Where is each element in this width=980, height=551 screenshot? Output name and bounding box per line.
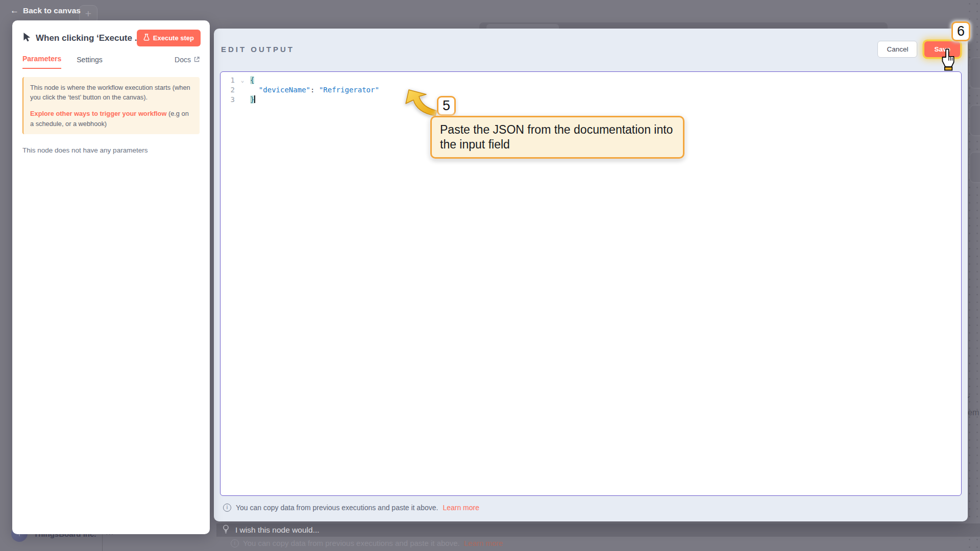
line-number: 3	[220, 95, 235, 105]
text-cursor	[254, 95, 255, 103]
hand-cursor-icon	[940, 48, 955, 71]
tab-docs[interactable]: Docs	[175, 56, 200, 69]
background-node-card	[969, 105, 980, 136]
info-icon: i	[223, 504, 231, 512]
learn-more-link[interactable]: Learn more	[443, 504, 479, 512]
fold-spacer	[235, 85, 250, 95]
cancel-button[interactable]: Cancel	[877, 41, 917, 58]
background-node-card	[969, 57, 980, 89]
dimmed-hint-text: You can copy data from previous executio…	[243, 539, 460, 547]
execute-step-button[interactable]: Execute step	[137, 30, 201, 46]
editor-line: 2 "deviceName": "Refrigerator"	[220, 85, 961, 95]
background-item-count-fragment: em	[968, 408, 979, 417]
step6-number-badge: 6	[951, 21, 970, 41]
edit-output-header: EDIT OUTPUT Cancel Save	[214, 29, 968, 58]
notice-line-1: This node is where the workflow executio…	[30, 83, 193, 102]
lightbulb-icon	[223, 524, 229, 536]
node-panel-header: When clicking ‘Execute ... Execute step	[12, 20, 210, 46]
dimmed-copy-data-hint: i You can copy data from previous execut…	[231, 539, 503, 547]
back-to-canvas-link[interactable]: ← Back to canvas	[10, 6, 81, 16]
step5-tooltip: Paste the JSON from the documentation in…	[430, 116, 684, 159]
no-parameters-text: This node does not have any parameters	[22, 146, 200, 154]
close-brace-token: }	[250, 95, 254, 104]
node-title[interactable]: When clicking ‘Execute ...	[36, 33, 137, 43]
explore-triggers-link[interactable]: Explore other ways to trigger your workf…	[30, 110, 166, 117]
tab-settings[interactable]: Settings	[77, 56, 103, 69]
execute-step-label: Execute step	[153, 34, 194, 42]
editor-line: 3 }	[220, 95, 961, 105]
edit-output-modal: EDIT OUTPUT Cancel Save 1 ⌄ { 2 "deviceN…	[214, 29, 968, 521]
docs-label: Docs	[175, 56, 191, 64]
node-panel-tabs: Parameters Settings Docs	[12, 55, 210, 69]
line-number: 1	[220, 76, 235, 85]
fold-chevron-icon[interactable]: ⌄	[235, 76, 250, 85]
edit-output-title: EDIT OUTPUT	[221, 45, 877, 54]
trigger-notice-callout: This node is where the workflow executio…	[22, 77, 200, 134]
editor-line: 1 ⌄ {	[220, 76, 961, 85]
copy-data-hint: i You can copy data from previous execut…	[223, 504, 968, 512]
back-to-canvas-label: Back to canvas	[23, 6, 81, 15]
hint-text: You can copy data from previous executio…	[236, 504, 438, 512]
colon-token: :	[310, 86, 319, 94]
flask-icon	[143, 34, 150, 42]
info-icon: i	[231, 539, 239, 547]
dimmed-learn-more-link: Learn more	[464, 539, 503, 547]
node-feedback-bar[interactable]: I wish this node would...	[216, 523, 980, 537]
fold-spacer	[235, 95, 250, 105]
step5-number-badge: 5	[437, 96, 456, 116]
background-node-card	[969, 152, 980, 183]
manual-trigger-cursor-icon	[22, 32, 31, 44]
back-arrow-icon: ←	[10, 6, 19, 16]
node-details-panel: When clicking ‘Execute ... Execute step …	[12, 20, 210, 534]
external-link-icon	[194, 56, 200, 64]
json-value-token: "Refrigerator"	[319, 86, 379, 94]
json-key-token: "deviceName"	[259, 86, 310, 94]
indent-token	[250, 86, 259, 94]
tab-parameters[interactable]: Parameters	[22, 55, 61, 69]
feedback-input-placeholder[interactable]: I wish this node would...	[235, 525, 320, 535]
line-number: 2	[220, 85, 235, 95]
open-brace-token: {	[250, 76, 254, 84]
